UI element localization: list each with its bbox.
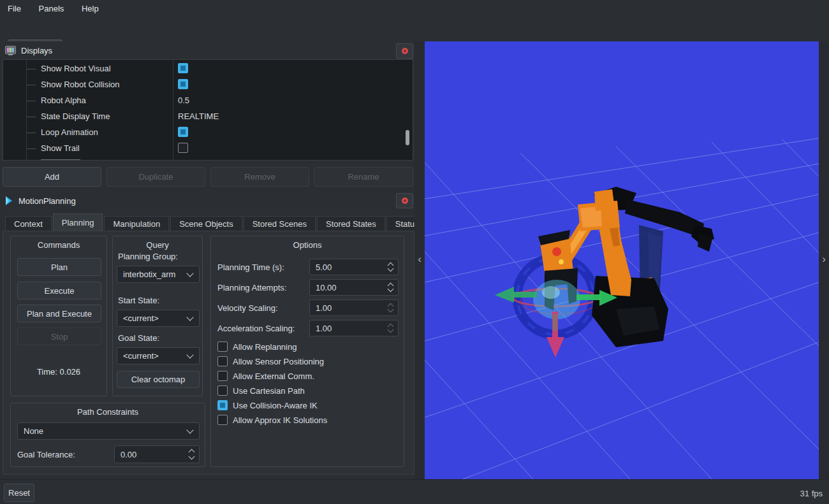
allow-replanning-checkbox-row[interactable]: Allow Replanning — [217, 342, 297, 352]
tab-stored-states[interactable]: Stored States — [317, 216, 385, 231]
property-row[interactable]: Show Robot Visual — [3, 61, 405, 77]
commands-groupbox: Commands Plan Execute Plan and Execute S… — [10, 236, 107, 396]
plan-button[interactable]: Plan — [17, 258, 101, 276]
chevron-down-icon — [186, 426, 193, 433]
chevron-down-icon — [186, 313, 193, 320]
property-row[interactable]: Show Trail — [3, 141, 405, 157]
allow-approx-ik-checkbox-row[interactable]: Allow Approx IK Solutions — [217, 415, 327, 425]
planning-attempts-spinbox[interactable]: 10.00 — [309, 279, 399, 296]
3d-scene — [425, 41, 819, 479]
commands-title: Commands — [11, 240, 106, 250]
planning-time-result: Time: 0.026 — [11, 367, 106, 377]
property-label: State Display Time — [41, 112, 110, 121]
add-display-button[interactable]: Add — [3, 167, 101, 187]
collapse-left-icon[interactable]: ‹ — [414, 253, 425, 266]
planning-group-label: Planning Group: — [118, 252, 178, 261]
rename-display-button[interactable]: Rename — [314, 167, 413, 187]
goal-state-combobox[interactable]: <current> — [117, 347, 200, 364]
remove-display-button[interactable]: Remove — [210, 167, 309, 187]
path-constraints-groupbox: Path Constraints None Goal Tolerance: 0.… — [10, 403, 205, 467]
left-splitter[interactable]: ‹ — [414, 41, 425, 479]
motionplanning-close-button[interactable] — [396, 193, 413, 208]
property-checkbox[interactable] — [178, 127, 188, 137]
property-value[interactable]: 0.5 — [178, 96, 189, 105]
property-row[interactable]: Show Robot Collision — [3, 77, 405, 93]
displays-property-list[interactable]: Show Robot Visual Show Robot Collision R… — [3, 59, 413, 161]
fps-counter: 31 fps — [800, 489, 823, 498]
tab-context[interactable]: Context — [5, 216, 52, 231]
planning-group-combobox[interactable]: interbotix_arm — [117, 266, 200, 283]
velocity-scaling-spinbox[interactable]: 1.00 — [309, 299, 399, 316]
displays-panel-header: Displays — [0, 41, 414, 59]
collapse-right-icon[interactable]: › — [819, 253, 829, 266]
allow-sensor-positioning-checkbox-row[interactable]: Allow Sensor Positioning — [217, 356, 324, 366]
menu-help[interactable]: Help — [74, 0, 106, 18]
displays-close-button[interactable] — [396, 43, 413, 59]
start-state-combobox[interactable]: <current> — [117, 310, 200, 327]
right-splitter[interactable]: › — [819, 41, 829, 479]
checkbox[interactable] — [217, 415, 228, 425]
displays-panel-title: Displays — [21, 46, 52, 55]
options-groupbox: Options Planning Time (s): 5.00 Planning… — [210, 236, 404, 467]
tab-stored-scenes[interactable]: Stored Scenes — [244, 216, 316, 231]
property-checkbox[interactable] — [178, 79, 188, 89]
reset-button[interactable]: Reset — [4, 484, 34, 502]
planning-attempts-value: 10.00 — [316, 283, 398, 292]
query-title: Query — [113, 240, 202, 250]
3d-viewport[interactable] — [425, 41, 819, 479]
duplicate-display-button[interactable]: Duplicate — [106, 167, 205, 187]
property-value[interactable]: REALTIME — [178, 112, 219, 121]
property-checkbox[interactable] — [178, 143, 188, 153]
property-checkbox[interactable] — [178, 63, 188, 73]
planning-time-spinbox[interactable]: 5.00 — [309, 259, 399, 275]
tab-planning[interactable]: Planning — [53, 213, 103, 231]
menu-panels[interactable]: Panels — [31, 0, 72, 18]
clear-octomap-button[interactable]: Clear octomap — [117, 371, 200, 388]
chevron-down-icon — [186, 270, 193, 277]
status-bar: Reset 31 fps — [0, 479, 829, 504]
stop-button[interactable]: Stop — [17, 328, 101, 345]
checkbox[interactable] — [217, 342, 228, 352]
options-title: Options — [211, 240, 404, 250]
toolbar: Interact Move Camera Select + − — [0, 18, 829, 41]
property-row[interactable]: State Display Time REALTIME — [3, 109, 405, 125]
execute-button[interactable]: Execute — [17, 282, 101, 299]
checkbox[interactable] — [217, 371, 228, 381]
use-cartesian-path-checkbox-row[interactable]: Use Cartesian Path — [217, 385, 305, 396]
tab-manipulation[interactable]: Manipulation — [104, 216, 169, 231]
start-state-value: <current> — [123, 313, 159, 323]
checkbox-label: Allow Sensor Positioning — [233, 357, 324, 366]
planning-group-value: interbotix_arm — [123, 270, 175, 279]
checkbox[interactable] — [217, 385, 228, 396]
allow-external-comm-checkbox-row[interactable]: Allow External Comm. — [217, 371, 314, 381]
displays-monitor-icon — [5, 46, 16, 55]
goal-tolerance-spinbox[interactable]: 0.00 — [114, 445, 200, 463]
velocity-scaling-label: Velocity Scaling: — [217, 303, 278, 313]
start-state-label: Start State: — [118, 296, 159, 305]
checkbox-label: Allow Approx IK Solutions — [233, 415, 327, 425]
planning-time-label: Planning Time (s): — [217, 263, 284, 272]
menu-file[interactable]: File — [0, 0, 29, 18]
path-constraints-combobox[interactable]: None — [17, 422, 200, 440]
property-row[interactable]: Loop Animation — [3, 125, 405, 141]
property-label: Show Robot Visual — [41, 64, 111, 73]
tab-scene-objects[interactable]: Scene Objects — [170, 216, 242, 231]
property-row[interactable]: Robot Alpha 0.5 — [3, 93, 405, 109]
plan-and-execute-button[interactable]: Plan and Execute — [17, 305, 101, 322]
property-row-clipped — [3, 157, 405, 161]
motionplanning-tabbar: Context Planning Manipulation Scene Obje… — [5, 213, 429, 231]
displays-scrollbar[interactable] — [406, 130, 409, 145]
goal-tolerance-label: Goal Tolerance: — [17, 450, 75, 459]
motionplanning-panel-header: MotionPlanning — [0, 191, 414, 210]
property-label: Robot Alpha — [41, 96, 86, 105]
acceleration-scaling-value: 1.00 — [316, 324, 398, 333]
acceleration-scaling-spinbox[interactable]: 1.00 — [309, 320, 399, 336]
use-collision-aware-ik-checkbox-row[interactable]: Use Collision-Aware IK — [217, 400, 318, 410]
query-groupbox: Query Planning Group: interbotix_arm Sta… — [112, 236, 203, 396]
checkbox-label: Allow External Comm. — [233, 371, 314, 381]
checkbox[interactable] — [217, 400, 228, 410]
motionplanning-panel-title: MotionPlanning — [18, 196, 76, 206]
checkbox[interactable] — [217, 356, 228, 366]
acceleration-scaling-label: Acceleration Scaling: — [217, 324, 295, 333]
path-constraints-value: None — [24, 426, 43, 436]
